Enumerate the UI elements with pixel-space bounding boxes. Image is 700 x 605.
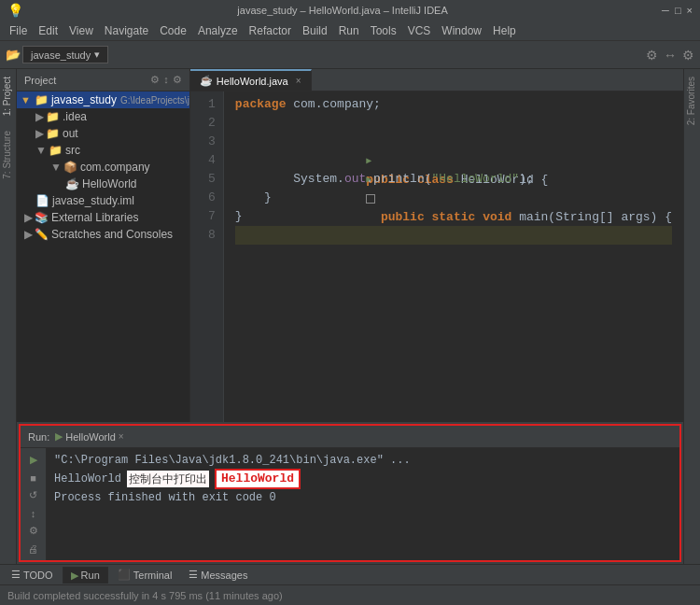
extlib-expand-icon: ▶	[24, 211, 33, 224]
editor-tabs: ☕ HelloWorld.java ×	[190, 69, 683, 91]
src-expand-icon: ▼	[35, 144, 47, 157]
run-stop-btn[interactable]: ■	[24, 470, 43, 485]
menu-bar: File Edit View Navigate Code Analyze Ref…	[0, 21, 700, 41]
tab-close-btn[interactable]: ×	[296, 76, 301, 86]
app-icon: 💡	[7, 3, 23, 18]
messages-label: Messages	[201, 570, 247, 581]
right-side-tabs: 2: Favorites	[683, 69, 700, 564]
bottom-tab-messages[interactable]: ☰ Messages	[181, 567, 255, 584]
menu-code[interactable]: Code	[154, 22, 192, 39]
line-num-5: 5	[190, 170, 216, 189]
tree-extlib-label: External Libraries	[51, 211, 138, 224]
tree-item-src[interactable]: ▼ 📁 src	[17, 142, 189, 159]
run-rerun-btn[interactable]: ↺	[24, 487, 43, 503]
code-line-3: ▶ public class HelloWorld {	[235, 133, 672, 151]
root-folder-icon: 📁	[35, 93, 49, 106]
run-panel-wrapper: Run: ▶ HelloWorld × ▶ ■ ↺	[19, 424, 681, 562]
tree-item-out[interactable]: ▶ 📁 out	[17, 125, 189, 142]
title-bar: 💡 javase_study – HelloWorld.java – Intel…	[0, 0, 700, 21]
annotation-value: HelloWorld	[215, 469, 301, 489]
pkg-expand-icon: ▼	[50, 161, 62, 174]
line-num-1: 1	[190, 95, 216, 114]
minimize-btn[interactable]: ─	[662, 5, 669, 16]
menu-run[interactable]: Run	[333, 22, 365, 39]
menu-analyze[interactable]: Analyze	[192, 22, 244, 39]
tree-out-label: out	[63, 127, 78, 140]
extlib-icon: 📚	[35, 211, 49, 224]
line-num-4: 4	[190, 151, 216, 170]
project-selector[interactable]: javase_study ▾	[22, 46, 108, 63]
tree-item-external-libs[interactable]: ▶ 📚 External Libraries	[17, 209, 189, 226]
project-tree: ▼ 📁 javase_study G:\IdeaProjects\javase_…	[17, 91, 189, 422]
line-num-6: 6	[190, 189, 216, 207]
run-tab-helloworld[interactable]: ▶ HelloWorld ×	[55, 430, 123, 443]
tree-idea-label: .idea	[63, 110, 87, 123]
output-line-1: "C:\Program Files\Java\jdk1.8.0_241\bin\…	[54, 452, 672, 469]
editor-tab-helloworld[interactable]: ☕ HelloWorld.java ×	[190, 69, 312, 91]
sidebar-item-structure[interactable]: 7: Structure	[0, 123, 16, 187]
bottom-tab-run[interactable]: ▶ Run	[63, 567, 108, 584]
terminal-icon: ⬛	[118, 569, 131, 581]
tree-iml-label: javase_study.iml	[52, 194, 134, 207]
run-tab-name: HelloWorld	[65, 431, 116, 443]
todo-label: TODO	[23, 570, 53, 581]
bottom-tabs: ☰ TODO ▶ Run ⬛ Terminal ☰ Messages	[0, 564, 700, 584]
code-content[interactable]: package com.company; ▶ public class Hell…	[224, 91, 683, 422]
sidebar-item-favorites[interactable]: 2: Favorites	[684, 69, 700, 133]
project-panel-header: Project ⚙ ↕ ⚙	[17, 69, 189, 91]
project-panel: Project ⚙ ↕ ⚙ ▼ �	[17, 69, 190, 422]
tree-item-iml[interactable]: 📄 javase_study.iml	[17, 192, 189, 209]
project-gear-icon[interactable]: ⚙	[150, 74, 160, 86]
tree-src-label: src	[65, 144, 80, 157]
scratch-icon: ✏️	[35, 228, 49, 241]
menu-tools[interactable]: Tools	[365, 22, 402, 39]
annotation-label: 控制台中打印出	[127, 471, 209, 487]
tree-item-scratches[interactable]: ▶ ✏️ Scratches and Consoles	[17, 226, 189, 243]
maximize-btn[interactable]: □	[675, 5, 681, 16]
tree-item-root[interactable]: ▼ 📁 javase_study G:\IdeaProjects\javase_…	[17, 91, 189, 108]
menu-refactor[interactable]: Refactor	[244, 22, 297, 39]
run-tab-close[interactable]: ×	[119, 431, 124, 442]
menu-edit[interactable]: Edit	[33, 22, 63, 39]
bottom-tab-todo[interactable]: ☰ TODO	[4, 567, 61, 584]
toolbar-settings-icon[interactable]: ⚙	[646, 48, 658, 63]
code-line-5: System.out.println("HelloWorld");	[235, 170, 672, 189]
menu-window[interactable]: Window	[436, 22, 487, 39]
run-scroll-btn[interactable]: ↕	[24, 505, 43, 521]
menu-vcs[interactable]: VCS	[402, 22, 437, 39]
tree-item-com-company[interactable]: ▼ 📦 com.company	[17, 159, 189, 176]
run-play-btn[interactable]: ▶	[24, 452, 43, 468]
run-tab-icon: ▶	[55, 430, 63, 443]
messages-icon: ☰	[189, 569, 198, 581]
menu-file[interactable]: File	[4, 22, 33, 39]
tree-item-helloworld[interactable]: ☕ HelloWorld	[17, 176, 189, 192]
toolbar-project-icon: 📂	[6, 48, 21, 62]
menu-build[interactable]: Build	[297, 22, 333, 39]
window-title: javase_study – HelloWorld.java – Intelli…	[23, 5, 662, 16]
folder-open-icon: ▼	[21, 94, 31, 106]
out-collapse-icon: ▶	[35, 127, 44, 140]
menu-view[interactable]: View	[63, 22, 99, 39]
run-gutter-arrow[interactable]: ▶	[366, 156, 371, 166]
scratch-expand-icon: ▶	[24, 228, 33, 241]
out-folder-icon: 📁	[46, 127, 60, 140]
menu-help[interactable]: Help	[487, 22, 522, 39]
bottom-tab-terminal[interactable]: ⬛ Terminal	[110, 567, 180, 584]
run-print-btn[interactable]: 🖨	[24, 541, 43, 556]
run-settings-btn[interactable]: ⚙	[24, 523, 43, 539]
project-expand-icon[interactable]: ↕	[163, 74, 169, 86]
tab-filename: HelloWorld.java	[217, 76, 288, 87]
close-btn[interactable]: ×	[687, 5, 693, 16]
sidebar-item-project[interactable]: 1: Project	[0, 69, 16, 123]
run-toolbar: ▶ ■ ↺ ↕ ⚙ 🖨	[21, 448, 47, 560]
dropdown-arrow: ▾	[94, 49, 100, 61]
breakpoint-indicator[interactable]	[366, 194, 375, 204]
tree-root-label: javase_study	[51, 93, 117, 106]
project-settings-icon[interactable]: ⚙	[173, 74, 182, 86]
toolbar-expand-icon[interactable]: ↔	[664, 48, 677, 63]
menu-navigate[interactable]: Navigate	[99, 22, 154, 39]
idea-folder-icon: 📁	[46, 110, 60, 123]
toolbar-config-icon[interactable]: ⚙	[682, 48, 694, 63]
status-bar: Build completed successfully in 4 s 795 …	[0, 584, 700, 605]
tree-item-idea[interactable]: ▶ 📁 .idea	[17, 108, 189, 125]
